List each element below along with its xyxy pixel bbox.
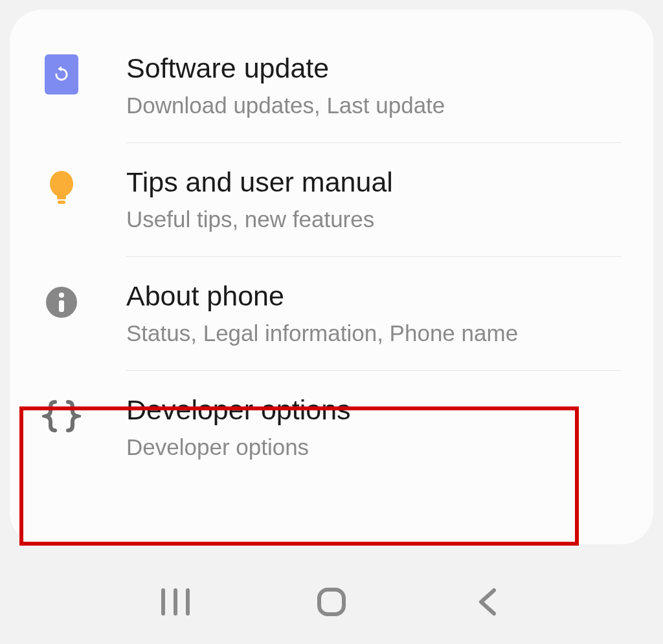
recents-button[interactable] <box>156 583 195 621</box>
svg-point-3 <box>59 293 64 298</box>
settings-card: Software update Download updates, Last u… <box>10 10 653 544</box>
settings-item-developer-options[interactable]: Developer options Developer options <box>10 371 653 484</box>
settings-item-subtitle: Developer options <box>126 432 627 462</box>
settings-item-title: Developer options <box>126 394 627 427</box>
settings-item-subtitle: Useful tips, new features <box>126 205 627 234</box>
svg-point-0 <box>50 171 73 197</box>
bulb-icon <box>42 169 81 208</box>
back-button[interactable] <box>468 583 507 621</box>
svg-rect-1 <box>57 195 66 199</box>
settings-item-title: Tips and user manual <box>126 166 627 199</box>
info-icon <box>42 283 81 322</box>
settings-item-about-phone[interactable]: About phone Status, Legal information, P… <box>10 257 653 370</box>
update-icon <box>42 55 81 94</box>
home-button[interactable] <box>312 583 351 621</box>
settings-item-title: Software update <box>126 52 627 85</box>
svg-rect-4 <box>59 300 64 312</box>
svg-rect-2 <box>58 201 65 204</box>
settings-item-subtitle: Download updates, Last update <box>126 91 627 120</box>
settings-item-tips[interactable]: Tips and user manual Useful tips, new fe… <box>10 143 653 256</box>
settings-item-title: About phone <box>126 280 627 313</box>
braces-icon <box>42 397 81 436</box>
settings-item-subtitle: Status, Legal information, Phone name <box>126 318 627 348</box>
svg-rect-8 <box>319 590 344 614</box>
settings-item-software-update[interactable]: Software update Download updates, Last u… <box>10 29 653 142</box>
navigation-bar <box>0 560 663 644</box>
